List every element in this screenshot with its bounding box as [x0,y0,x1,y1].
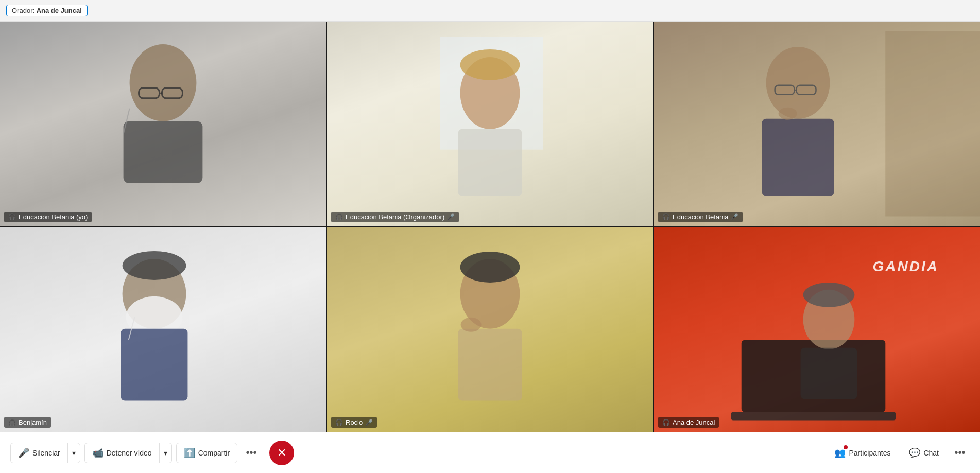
participant-name-4: Benjamín [19,418,47,426]
svg-rect-27 [731,412,896,420]
mic-icon-1: 🎧 [8,213,16,220]
end-call-icon: ✕ [277,446,286,460]
mic-muted-icon-3: 🎤 [731,213,738,220]
avatar-3 [654,22,980,226]
main-content: 🎧 Educación Betania (yo) 🎧 Educación Bet… [0,22,980,473]
avatar-2 [327,22,653,226]
speaker-name: Ana de Juncal [37,7,82,14]
svg-rect-24 [458,328,522,400]
svg-rect-20 [121,328,188,400]
chat-label: Chat [923,449,939,457]
video-icon: 📹 [92,447,104,459]
svg-point-29 [803,282,855,307]
avatar-5 [327,227,653,432]
share-group: ⬆️ Compartir [176,443,237,463]
mute-dropdown[interactable]: ▾ [68,445,80,461]
name-label-2: 🎧 Educación Betania (Organizador) 🎤 [331,212,459,222]
participant-name-3: Educación Betania [673,213,728,221]
end-call-button[interactable]: ✕ [269,441,294,465]
speaker-badge: Orador: Ana de Juncal [6,5,88,16]
mic-icon-2: 🎧 [335,213,343,220]
svg-point-19 [123,251,186,279]
participants-icon-wrap: 👥 [834,447,846,459]
video-cell-3: 🎧 Educación Betania 🎤 [654,22,980,226]
avatar-6 [654,227,980,432]
video-group: 📹 Detener vídeo ▾ [84,443,172,463]
mic-icon-4: 🎧 [8,419,16,426]
svg-point-8 [460,49,520,80]
name-label-4: 🎧 Benjamín [4,417,51,428]
toolbar: 🎤 Silenciar ▾ 📹 Detener vídeo ▾ ⬆️ Compa… [0,432,980,473]
svg-rect-4 [124,121,203,183]
svg-point-23 [460,251,520,282]
name-label-1: 🎧 Educación Betania (yo) [4,212,92,222]
svg-rect-15 [762,119,834,196]
chevron-down-video-icon: ▾ [164,449,167,457]
mute-label: Silenciar [32,449,60,457]
video-cell-1: 🎧 Educación Betania (yo) [0,22,326,226]
svg-rect-9 [458,129,522,196]
mute-button[interactable]: 🎤 Silenciar [11,443,68,463]
name-label-6: 🎧 Ana de Juncal [658,417,719,428]
video-cell-4: 🎧 Benjamín [0,227,326,432]
video-cell-6: GANDIA 🎧 Ana de Juncal [654,227,980,432]
more-right-icon: ••• [954,447,965,459]
video-label: Detener vídeo [107,449,152,457]
mic-muted-icon-5: 🎤 [365,419,373,426]
svg-point-0 [130,44,197,121]
participant-name-2: Educación Betania (Organizador) [346,213,444,221]
top-bar: Orador: Ana de Juncal [0,0,980,22]
participant-name-5: Rocio [346,418,363,426]
name-label-3: 🎧 Educación Betania 🎤 [658,212,743,222]
video-cell-5: 🎧 Rocio 🎤 [327,227,653,432]
video-dropdown[interactable]: ▾ [160,445,171,461]
participants-label: Participantes [849,449,890,457]
share-icon: ⬆️ [184,447,195,459]
avatar-4 [0,227,326,432]
mic-icon-3: 🎧 [662,213,670,220]
participants-notification-dot [844,445,848,449]
more-right-button[interactable]: ••• [950,443,970,463]
svg-point-11 [766,47,830,119]
video-grid: 🎧 Educación Betania (yo) 🎧 Educación Bet… [0,22,980,432]
share-button[interactable]: ⬆️ Compartir [177,443,237,463]
svg-point-25 [461,317,482,331]
avatar-1 [0,22,326,226]
stop-video-button[interactable]: 📹 Detener vídeo [85,443,160,463]
mute-group: 🎤 Silenciar ▾ [10,443,80,463]
more-options-button[interactable]: ••• [242,443,261,463]
participant-name-1: Educación Betania (yo) [19,213,88,221]
name-label-5: 🎧 Rocio 🎤 [331,417,377,428]
svg-rect-10 [885,31,980,216]
chat-button[interactable]: 💬 Chat [902,443,946,463]
chat-icon: 💬 [909,447,920,459]
participants-button[interactable]: 👥 Participantes [827,443,898,463]
mic-icon: 🎤 [18,447,29,459]
share-label: Compartir [198,449,230,457]
chevron-down-icon: ▾ [72,449,76,457]
more-icon: ••• [246,447,257,459]
svg-point-16 [779,108,797,120]
mic-muted-icon-2: 🎤 [447,213,455,220]
mic-icon-6: 🎧 [662,419,670,426]
svg-rect-30 [801,347,857,399]
speaker-label: Orador: [12,7,37,14]
video-cell-2: 🎧 Educación Betania (Organizador) 🎤 [327,22,653,226]
participant-name-6: Ana de Juncal [673,418,715,426]
mic-icon-5: 🎧 [335,419,343,426]
